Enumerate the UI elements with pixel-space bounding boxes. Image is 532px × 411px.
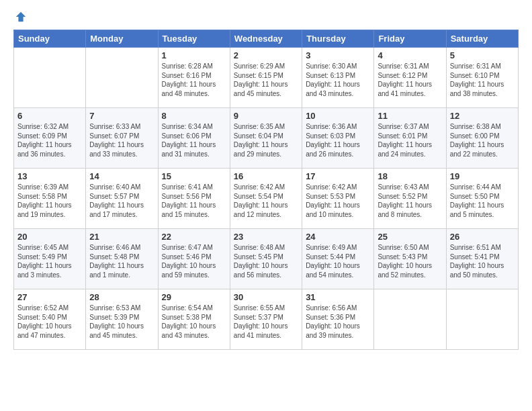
calendar-cell: 16Sunrise: 6:42 AM Sunset: 5:54 PM Dayli… [230, 169, 302, 229]
day-number: 15 [162, 171, 226, 181]
calendar-day-header: Wednesday [230, 30, 302, 48]
day-number: 13 [17, 171, 82, 181]
calendar-cell [86, 48, 158, 108]
day-number: 10 [306, 111, 370, 121]
day-info: Sunrise: 6:37 AM Sunset: 6:01 PM Dayligh… [378, 122, 442, 158]
calendar-cell: 27Sunrise: 6:52 AM Sunset: 5:40 PM Dayli… [14, 289, 86, 350]
page-header [13, 11, 519, 23]
day-number: 6 [17, 111, 82, 121]
day-info: Sunrise: 6:28 AM Sunset: 6:16 PM Dayligh… [162, 62, 226, 98]
day-info: Sunrise: 6:38 AM Sunset: 6:00 PM Dayligh… [450, 122, 515, 158]
calendar-cell: 25Sunrise: 6:50 AM Sunset: 5:43 PM Dayli… [374, 229, 446, 289]
day-number: 11 [378, 111, 442, 121]
calendar-cell: 17Sunrise: 6:42 AM Sunset: 5:53 PM Dayli… [302, 169, 374, 229]
day-info: Sunrise: 6:45 AM Sunset: 5:49 PM Dayligh… [17, 243, 82, 279]
day-number: 12 [450, 111, 515, 121]
day-info: Sunrise: 6:32 AM Sunset: 6:09 PM Dayligh… [17, 122, 82, 158]
day-info: Sunrise: 6:54 AM Sunset: 5:38 PM Dayligh… [162, 304, 226, 340]
day-info: Sunrise: 6:42 AM Sunset: 5:53 PM Dayligh… [306, 183, 370, 219]
calendar-cell: 3Sunrise: 6:30 AM Sunset: 6:13 PM Daylig… [302, 48, 374, 108]
calendar-week-row: 13Sunrise: 6:39 AM Sunset: 5:58 PM Dayli… [14, 169, 519, 229]
calendar-cell: 31Sunrise: 6:56 AM Sunset: 5:36 PM Dayli… [302, 289, 374, 350]
day-info: Sunrise: 6:55 AM Sunset: 5:37 PM Dayligh… [234, 304, 298, 340]
day-number: 21 [89, 232, 154, 242]
day-info: Sunrise: 6:56 AM Sunset: 5:36 PM Dayligh… [306, 304, 370, 340]
calendar-cell: 14Sunrise: 6:40 AM Sunset: 5:57 PM Dayli… [86, 169, 158, 229]
day-number: 20 [17, 232, 82, 242]
svg-marker-0 [16, 12, 26, 21]
day-number: 26 [450, 232, 515, 242]
day-number: 2 [234, 50, 298, 60]
day-info: Sunrise: 6:41 AM Sunset: 5:56 PM Dayligh… [162, 183, 226, 219]
calendar-cell: 18Sunrise: 6:43 AM Sunset: 5:52 PM Dayli… [374, 169, 446, 229]
day-info: Sunrise: 6:31 AM Sunset: 6:12 PM Dayligh… [378, 62, 442, 98]
calendar-cell: 15Sunrise: 6:41 AM Sunset: 5:56 PM Dayli… [158, 169, 230, 229]
calendar-cell: 6Sunrise: 6:32 AM Sunset: 6:09 PM Daylig… [14, 108, 86, 169]
day-info: Sunrise: 6:42 AM Sunset: 5:54 PM Dayligh… [234, 183, 298, 219]
calendar-cell: 21Sunrise: 6:46 AM Sunset: 5:48 PM Dayli… [86, 229, 158, 289]
calendar-cell: 8Sunrise: 6:34 AM Sunset: 6:06 PM Daylig… [158, 108, 230, 169]
day-number: 7 [89, 111, 154, 121]
calendar-cell: 9Sunrise: 6:35 AM Sunset: 6:04 PM Daylig… [230, 108, 302, 169]
calendar-cell [446, 289, 518, 350]
logo [13, 11, 27, 23]
day-info: Sunrise: 6:36 AM Sunset: 6:03 PM Dayligh… [306, 122, 370, 158]
day-number: 28 [89, 292, 154, 302]
calendar-week-row: 20Sunrise: 6:45 AM Sunset: 5:49 PM Dayli… [14, 229, 519, 289]
calendar-day-header: Sunday [14, 30, 86, 48]
day-number: 18 [378, 171, 442, 181]
calendar-header-row: SundayMondayTuesdayWednesdayThursdayFrid… [14, 30, 519, 48]
calendar-day-header: Saturday [446, 30, 518, 48]
day-number: 5 [450, 50, 515, 60]
day-number: 22 [162, 232, 226, 242]
day-info: Sunrise: 6:34 AM Sunset: 6:06 PM Dayligh… [162, 122, 226, 158]
logo-icon [15, 11, 27, 23]
day-number: 19 [450, 171, 515, 181]
calendar-cell: 5Sunrise: 6:31 AM Sunset: 6:10 PM Daylig… [446, 48, 518, 108]
day-info: Sunrise: 6:51 AM Sunset: 5:41 PM Dayligh… [450, 243, 515, 279]
day-number: 9 [234, 111, 298, 121]
calendar-cell: 4Sunrise: 6:31 AM Sunset: 6:12 PM Daylig… [374, 48, 446, 108]
day-info: Sunrise: 6:30 AM Sunset: 6:13 PM Dayligh… [306, 62, 370, 98]
day-info: Sunrise: 6:48 AM Sunset: 5:45 PM Dayligh… [234, 243, 298, 279]
calendar-cell: 11Sunrise: 6:37 AM Sunset: 6:01 PM Dayli… [374, 108, 446, 169]
day-number: 30 [234, 292, 298, 302]
calendar-cell: 20Sunrise: 6:45 AM Sunset: 5:49 PM Dayli… [14, 229, 86, 289]
calendar-cell: 24Sunrise: 6:49 AM Sunset: 5:44 PM Dayli… [302, 229, 374, 289]
day-info: Sunrise: 6:49 AM Sunset: 5:44 PM Dayligh… [306, 243, 370, 279]
calendar-cell: 19Sunrise: 6:44 AM Sunset: 5:50 PM Dayli… [446, 169, 518, 229]
day-number: 29 [162, 292, 226, 302]
day-info: Sunrise: 6:46 AM Sunset: 5:48 PM Dayligh… [89, 243, 154, 279]
day-info: Sunrise: 6:43 AM Sunset: 5:52 PM Dayligh… [378, 183, 442, 219]
calendar-table: SundayMondayTuesdayWednesdayThursdayFrid… [13, 30, 519, 350]
day-info: Sunrise: 6:44 AM Sunset: 5:50 PM Dayligh… [450, 183, 515, 219]
day-number: 8 [162, 111, 226, 121]
day-info: Sunrise: 6:39 AM Sunset: 5:58 PM Dayligh… [17, 183, 82, 219]
calendar-cell: 30Sunrise: 6:55 AM Sunset: 5:37 PM Dayli… [230, 289, 302, 350]
day-info: Sunrise: 6:29 AM Sunset: 6:15 PM Dayligh… [234, 62, 298, 98]
day-number: 24 [306, 232, 370, 242]
day-number: 17 [306, 171, 370, 181]
calendar-day-header: Monday [86, 30, 158, 48]
day-number: 4 [378, 50, 442, 60]
day-info: Sunrise: 6:35 AM Sunset: 6:04 PM Dayligh… [234, 122, 298, 158]
day-number: 3 [306, 50, 370, 60]
day-info: Sunrise: 6:47 AM Sunset: 5:46 PM Dayligh… [162, 243, 226, 279]
day-info: Sunrise: 6:53 AM Sunset: 5:39 PM Dayligh… [89, 304, 154, 340]
calendar-cell: 23Sunrise: 6:48 AM Sunset: 5:45 PM Dayli… [230, 229, 302, 289]
day-info: Sunrise: 6:40 AM Sunset: 5:57 PM Dayligh… [89, 183, 154, 219]
calendar-week-row: 6Sunrise: 6:32 AM Sunset: 6:09 PM Daylig… [14, 108, 519, 169]
day-number: 1 [162, 50, 226, 60]
calendar-cell: 2Sunrise: 6:29 AM Sunset: 6:15 PM Daylig… [230, 48, 302, 108]
day-info: Sunrise: 6:31 AM Sunset: 6:10 PM Dayligh… [450, 62, 515, 98]
day-number: 25 [378, 232, 442, 242]
calendar-cell: 29Sunrise: 6:54 AM Sunset: 5:38 PM Dayli… [158, 289, 230, 350]
calendar-day-header: Thursday [302, 30, 374, 48]
day-number: 31 [306, 292, 370, 302]
calendar-cell: 26Sunrise: 6:51 AM Sunset: 5:41 PM Dayli… [446, 229, 518, 289]
calendar-week-row: 27Sunrise: 6:52 AM Sunset: 5:40 PM Dayli… [14, 289, 519, 350]
calendar-cell: 13Sunrise: 6:39 AM Sunset: 5:58 PM Dayli… [14, 169, 86, 229]
calendar-cell: 12Sunrise: 6:38 AM Sunset: 6:00 PM Dayli… [446, 108, 518, 169]
calendar-cell: 28Sunrise: 6:53 AM Sunset: 5:39 PM Dayli… [86, 289, 158, 350]
calendar-day-header: Tuesday [158, 30, 230, 48]
